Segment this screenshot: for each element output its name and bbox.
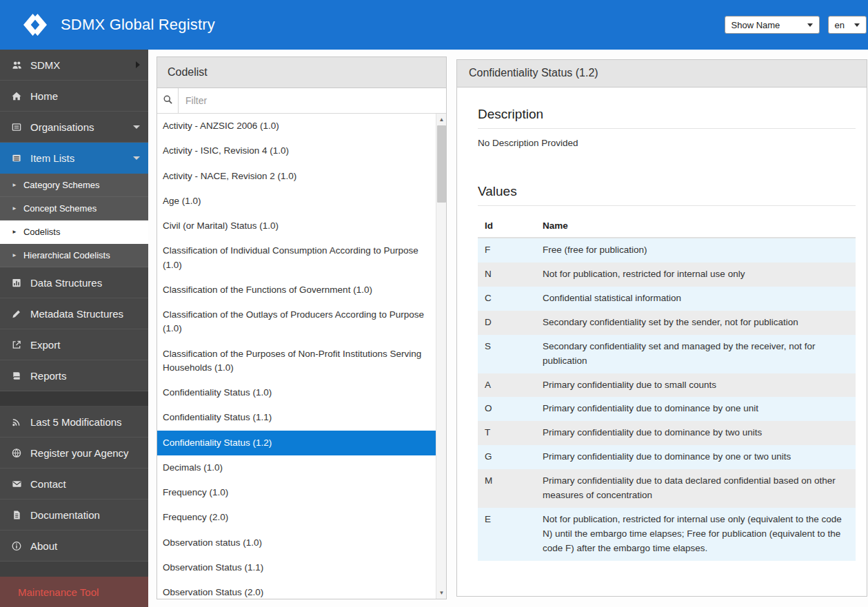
app-header: SDMX Global Registry Show Name en: [0, 0, 868, 50]
sidebar-item-sdmx[interactable]: SDMX: [0, 50, 148, 81]
sidebar-subitem-concept-schemes[interactable]: ►Concept Schemes: [0, 197, 148, 220]
sidebar-nav: SDMXHomeOrganisationsItem Lists►Category…: [0, 50, 148, 562]
value-id-cell: E: [478, 508, 536, 561]
list-item-activity-nace-revision-2-1-0[interactable]: Activity - NACE, Revision 2 (1.0): [157, 164, 436, 189]
list-item-observation-status-1-0[interactable]: Observation status (1.0): [157, 531, 436, 555]
sidebar-item-documentation[interactable]: Documentation: [0, 500, 148, 531]
values-heading: Values: [478, 184, 856, 206]
codelist-panel: Codelist Activity - ANZSIC 2006 (1.0)Act…: [157, 56, 447, 599]
list-item-activity-anzsic-2006-1-0[interactable]: Activity - ANZSIC 2006 (1.0): [157, 114, 436, 138]
table-row: ENot for publication, restricted for int…: [478, 508, 856, 561]
sidebar-item-metadata-structures[interactable]: Metadata Structures: [0, 298, 148, 329]
sidebar-item-maintenance-tool[interactable]: Maintenance Tool: [0, 577, 148, 607]
scroll-down-arrow-icon[interactable]: ▼: [436, 588, 446, 598]
values-table: Id Name FFree (free for publication)NNot…: [478, 215, 856, 561]
metadata-structures-icon: [10, 308, 23, 319]
sidebar-item-label: Metadata Structures: [30, 308, 140, 320]
sidebar-item-label: Home: [30, 90, 140, 102]
data-structures-icon: [10, 277, 23, 288]
list-item-decimals-1-0[interactable]: Decimals (1.0): [157, 455, 436, 480]
sidebar-item-data-structures[interactable]: Data Structures: [0, 267, 148, 298]
values-column-id: Id: [478, 215, 536, 238]
list-item-confidentiality-status-1-2[interactable]: Confidentiality Status (1.2): [157, 431, 436, 455]
search-icon: [163, 94, 173, 107]
value-id-cell: D: [478, 311, 536, 335]
sidebar-item-label: Item Lists: [30, 152, 133, 164]
sidebar-subitem-codelists[interactable]: ►Codelists: [0, 220, 148, 244]
export-icon: [10, 339, 23, 350]
table-row: OPrimary confidentiality due to dominanc…: [478, 397, 856, 421]
value-id-cell: C: [478, 287, 536, 311]
codelist-list: Activity - ANZSIC 2006 (1.0)Activity - I…: [157, 114, 446, 599]
table-row: DSecondary confidentiality set by the se…: [478, 311, 856, 335]
show-name-dropdown[interactable]: Show Name: [725, 16, 820, 34]
language-dropdown[interactable]: en: [828, 16, 867, 34]
table-row: SSecondary confidentiality set and manag…: [478, 335, 856, 373]
sidebar-item-contact[interactable]: Contact: [0, 469, 148, 500]
filter-row: [157, 88, 446, 114]
list-item-classification-of-the-outlays-of-producers-according-to-purpose-1-0[interactable]: Classification of the Outlays of Produce…: [157, 302, 436, 342]
list-item-activity-isic-revision-4-1-0[interactable]: Activity - ISIC, Revision 4 (1.0): [157, 138, 436, 163]
list-item-observation-status-1-1[interactable]: Observation Status (1.1): [157, 555, 436, 580]
list-item-classification-of-the-purposes-of-non-profit-institutions-serving-households-1-0[interactable]: Classification of the Purposes of Non-Pr…: [157, 342, 436, 381]
documentation-icon: [10, 509, 23, 520]
value-name-cell: Not for publication, restricted for inte…: [536, 508, 856, 561]
list-item-classification-of-individual-consumption-according-to-purpose-1-0[interactable]: Classification of Individual Consumption…: [157, 238, 436, 278]
sidebar-item-label: Last 5 Modifications: [30, 416, 140, 428]
table-row: TPrimary confidentiality due to dominanc…: [478, 421, 856, 445]
sidebar-item-export[interactable]: Export: [0, 329, 148, 360]
sidebar-item-label: Export: [30, 339, 140, 351]
list-item-frequency-1-0[interactable]: Frequency (1.0): [157, 480, 436, 505]
sidebar-item-label: Data Structures: [30, 277, 140, 289]
sidebar-separator: [0, 391, 148, 407]
value-id-cell: S: [478, 335, 536, 373]
sidebar-subitem-category-schemes[interactable]: ►Category Schemes: [0, 174, 148, 197]
list-item-civil-or-marital-status-1-0[interactable]: Civil (or Marital) Status (1.0): [157, 214, 436, 238]
table-row: FFree (free for publication): [478, 238, 856, 263]
sidebar-item-last-5-modifications[interactable]: Last 5 Modifications: [0, 407, 148, 438]
list-item-age-1-0[interactable]: Age (1.0): [157, 189, 436, 214]
header-controls: Show Name en: [725, 16, 864, 34]
value-id-cell: F: [478, 238, 536, 263]
sidebar-subitem-label: Category Schemes: [23, 180, 100, 190]
value-id-cell: O: [478, 397, 536, 421]
detail-panel: Confidentiality Status (1.2) Description…: [456, 59, 867, 597]
chevron-down-icon: [133, 125, 140, 129]
sidebar-item-label: Contact: [30, 478, 140, 490]
list-item-observation-status-2-0[interactable]: Observation Status (2.0): [157, 580, 436, 599]
value-name-cell: Confidential statistical information: [536, 287, 856, 311]
detail-body: Description No Description Provided Valu…: [457, 88, 867, 575]
filter-input[interactable]: [179, 88, 446, 113]
sidebar-subitem-label: Hierarchical Codelists: [23, 250, 110, 260]
sidebar-item-home[interactable]: Home: [0, 81, 148, 112]
codelist-panel-title: Codelist: [157, 57, 446, 88]
values-rows: FFree (free for publication)NNot for pub…: [478, 238, 856, 561]
scroll-up-arrow-icon[interactable]: ▲: [436, 114, 446, 125]
list-item-frequency-2-0[interactable]: Frequency (2.0): [157, 505, 436, 530]
main-layout: SDMXHomeOrganisationsItem Lists►Category…: [0, 50, 868, 607]
value-id-cell: A: [478, 373, 536, 398]
sidebar-item-label: SDMX: [30, 59, 136, 71]
values-column-name: Name: [536, 215, 856, 238]
list-item-confidentiality-status-1-0[interactable]: Confidentiality Status (1.0): [157, 380, 436, 405]
value-name-cell: Free (free for publication): [536, 238, 856, 263]
sidebar-item-organisations[interactable]: Organisations: [0, 112, 148, 143]
app-title: SDMX Global Registry: [61, 16, 215, 34]
envelope-icon: [10, 478, 23, 489]
value-name-cell: Primary confidentiality due to small cou…: [536, 373, 856, 398]
sidebar-subitem-hierarchical-codelists[interactable]: ►Hierarchical Codelists: [0, 244, 148, 267]
detail-panel-title: Confidentiality Status (1.2): [457, 60, 867, 88]
sidebar-item-register-your-agency[interactable]: Register your Agency: [0, 438, 148, 469]
maintenance-tool-label: Maintenance Tool: [18, 586, 99, 598]
codelist-scrollbar[interactable]: ▲ ▼: [436, 114, 446, 599]
sidebar-item-item-lists[interactable]: Item Lists: [0, 143, 148, 174]
search-button[interactable]: [157, 88, 179, 113]
list-item-classification-of-the-functions-of-government-1-0[interactable]: Classification of the Functions of Gover…: [157, 278, 436, 302]
scrollbar-thumb[interactable]: [437, 125, 446, 203]
list-item-confidentiality-status-1-1[interactable]: Confidentiality Status (1.1): [157, 405, 436, 430]
value-name-cell: Primary confidentiality due to data decl…: [536, 469, 856, 508]
sidebar-item-reports[interactable]: Reports: [0, 360, 148, 391]
sidebar-item-about[interactable]: About: [0, 531, 148, 562]
value-id-cell: M: [478, 469, 536, 508]
show-name-dropdown-value: Show Name: [731, 20, 780, 30]
